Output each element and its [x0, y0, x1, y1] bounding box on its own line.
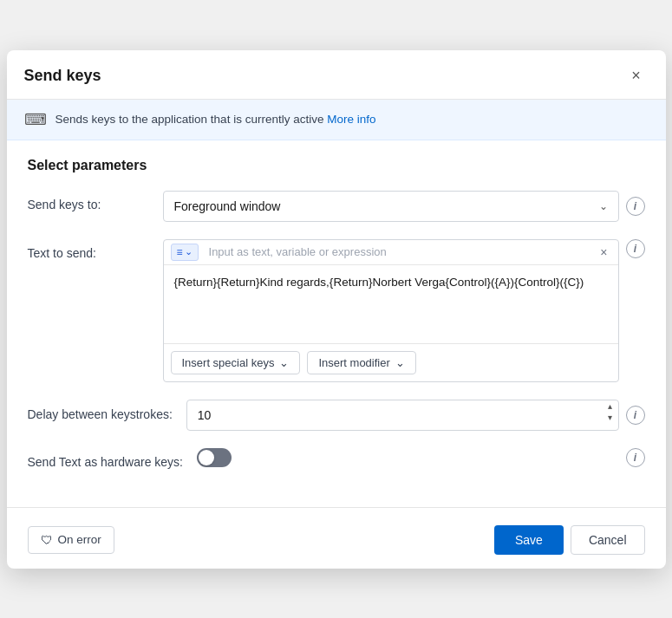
delay-control: ▴ ▾ i — [186, 400, 645, 431]
delay-row: Delay between keystrokes: ▴ ▾ i — [28, 400, 645, 431]
dialog-header: Send keys × — [7, 50, 666, 100]
toggle-knob — [199, 450, 214, 465]
send-keys-to-row: Send keys to: Foreground window ⌄ i — [28, 191, 645, 222]
send-keys-to-value: Foreground window — [174, 199, 281, 213]
hardware-keys-row: Send Text as hardware keys: i — [28, 448, 645, 469]
on-error-button[interactable]: 🛡 On error — [28, 526, 114, 554]
text-input-toolbar: ≡ ⌄ Input as text, variable or expressio… — [164, 240, 618, 265]
dialog-body: Select parameters Send keys to: Foregrou… — [7, 140, 666, 500]
section-title: Select parameters — [28, 158, 645, 173]
text-to-send-row: Text to send: ≡ ⌄ Input as text, variabl… — [28, 239, 645, 382]
insert-modifier-chevron-icon: ⌄ — [395, 356, 405, 369]
footer-right-actions: Save Cancel — [494, 525, 645, 555]
hardware-keys-control: i — [197, 448, 644, 467]
insert-modifier-button[interactable]: Insert modifier ⌄ — [307, 351, 415, 374]
keyboard-icon: ⌨ — [24, 110, 47, 129]
text-mode-chevron-icon: ⌄ — [185, 246, 192, 257]
delay-input-wrap: ▴ ▾ — [186, 400, 619, 431]
hardware-keys-label: Send Text as hardware keys: — [28, 448, 184, 469]
spinner-buttons: ▴ ▾ — [604, 401, 616, 423]
hardware-keys-toggle-wrap — [197, 448, 232, 467]
footer-divider — [7, 507, 666, 508]
clear-text-button[interactable]: × — [597, 245, 610, 259]
more-info-link[interactable]: More info — [327, 113, 375, 126]
spinner-down-button[interactable]: ▾ — [604, 413, 616, 423]
spinner-up-button[interactable]: ▴ — [604, 401, 616, 412]
send-keys-dialog: Send keys × ⌨ Sends keys to the applicat… — [7, 50, 666, 569]
cancel-button[interactable]: Cancel — [571, 525, 645, 555]
text-content[interactable]: {Return}{Return}Kind regards,{Return}Nor… — [164, 265, 618, 343]
delay-input[interactable] — [186, 400, 619, 431]
text-to-send-info-icon[interactable]: i — [626, 239, 645, 258]
dialog-footer: 🛡 On error Save Cancel — [7, 515, 666, 569]
save-button[interactable]: Save — [494, 525, 564, 555]
text-mode-button[interactable]: ≡ ⌄ — [171, 244, 199, 261]
close-button[interactable]: × — [624, 64, 649, 88]
delay-label: Delay between keystrokes: — [28, 400, 173, 422]
delay-info-icon[interactable]: i — [626, 406, 645, 425]
send-keys-to-info-icon[interactable]: i — [626, 197, 645, 216]
hardware-keys-toggle[interactable] — [197, 448, 232, 467]
text-to-send-control: ≡ ⌄ Input as text, variable or expressio… — [163, 239, 645, 382]
insert-special-chevron-icon: ⌄ — [279, 356, 289, 369]
banner-text: Sends keys to the application that is cu… — [55, 113, 376, 126]
send-keys-to-dropdown[interactable]: Foreground window ⌄ — [163, 191, 619, 222]
info-banner: ⌨ Sends keys to the application that is … — [7, 100, 666, 140]
text-mode-icon: ≡ — [177, 246, 183, 258]
send-keys-to-label: Send keys to: — [28, 191, 149, 211]
insert-special-keys-button[interactable]: Insert special keys ⌄ — [171, 351, 301, 374]
text-bottom-bar: Insert special keys ⌄ Insert modifier ⌄ — [164, 343, 618, 381]
text-to-send-label: Text to send: — [28, 239, 149, 260]
shield-icon: 🛡 — [41, 533, 53, 547]
hardware-keys-info-icon[interactable]: i — [626, 448, 645, 467]
send-keys-to-control: Foreground window ⌄ i — [163, 191, 645, 222]
dialog-title: Send keys — [24, 67, 101, 85]
text-placeholder: Input as text, variable or expression — [202, 245, 594, 258]
text-input-area: ≡ ⌄ Input as text, variable or expressio… — [163, 239, 619, 382]
chevron-down-icon: ⌄ — [599, 200, 608, 212]
